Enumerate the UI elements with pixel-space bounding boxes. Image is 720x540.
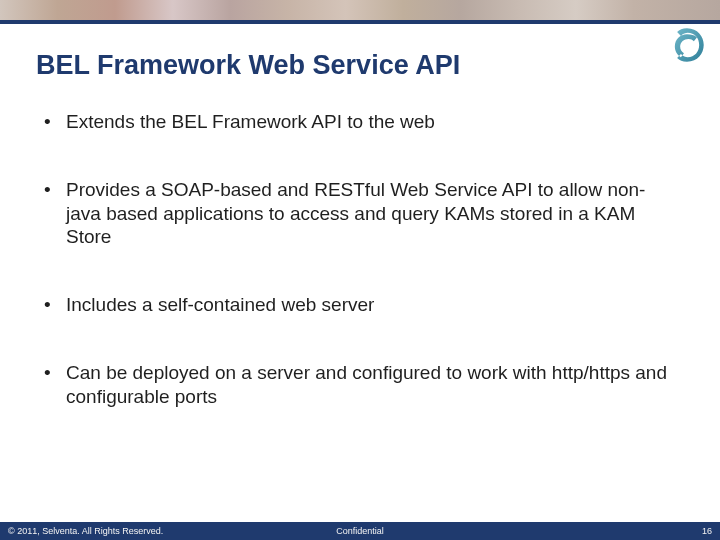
footer-page-number: 16 [702, 526, 720, 536]
slide-footer: © 2011, Selventa. All Rights Reserved. C… [0, 522, 720, 540]
bullet-item: Provides a SOAP-based and RESTful Web Se… [36, 178, 680, 249]
bullet-item: Includes a self-contained web server [36, 293, 680, 317]
header-rule [0, 20, 720, 24]
bullet-item: Can be deployed on a server and configur… [36, 361, 680, 409]
slide-title: BEL Framework Web Service API [36, 50, 460, 81]
slide-body: Extends the BEL Framework API to the web… [36, 110, 680, 452]
company-logo-icon [668, 26, 706, 64]
bullet-item: Extends the BEL Framework API to the web [36, 110, 680, 134]
decorative-header-strip [0, 0, 720, 20]
footer-copyright: © 2011, Selventa. All Rights Reserved. [0, 526, 163, 536]
